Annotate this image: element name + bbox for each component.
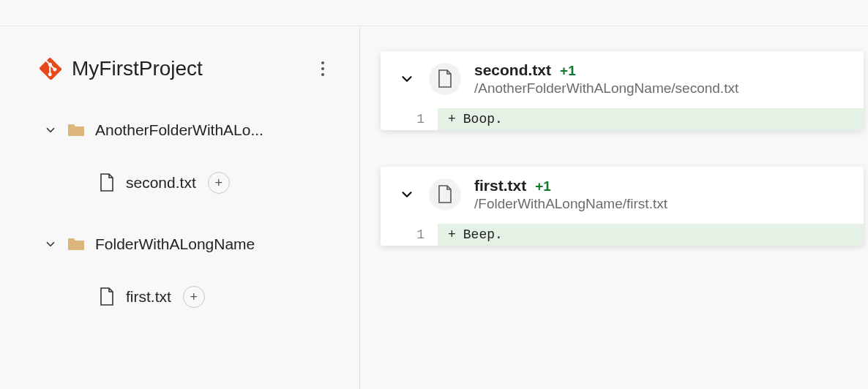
diff-filepath: /FolderWithALongName/first.txt xyxy=(474,196,667,212)
diff-line-content: +Beep. xyxy=(438,224,864,246)
diff-body: 1 +Beep. xyxy=(381,224,864,246)
tree-file-row[interactable]: second.txt + xyxy=(100,167,336,199)
chevron-down-icon xyxy=(42,236,59,252)
project-title: MyFirstProject xyxy=(72,57,299,80)
svg-point-1 xyxy=(321,67,324,70)
folder-label: FolderWithALongName xyxy=(95,235,255,253)
diff-title-wrap: second.txt +1 /AnotherFolderWithALongNam… xyxy=(474,61,738,97)
diff-line-content: +Boop. xyxy=(438,108,864,130)
tree-folder-row[interactable]: FolderWithALongName xyxy=(42,228,336,260)
diff-delta-added: +1 xyxy=(560,63,576,79)
more-menu-button[interactable] xyxy=(310,56,336,82)
diff-line-added: 1 +Boop. xyxy=(381,108,864,130)
tree-folder-row[interactable]: AnotherFolderWithALo... xyxy=(42,114,336,146)
diff-filename: first.txt xyxy=(474,177,526,194)
diff-card: second.txt +1 /AnotherFolderWithALongNam… xyxy=(381,51,864,130)
file-icon xyxy=(429,178,461,211)
diff-filepath: /AnotherFolderWithALongName/second.txt xyxy=(474,80,738,97)
diff-line-number: 1 xyxy=(381,108,438,130)
file-label: second.txt xyxy=(126,174,196,192)
diff-card: first.txt +1 /FolderWithALongName/first.… xyxy=(381,167,864,246)
diff-line-added: 1 +Beep. xyxy=(381,224,864,246)
diff-card-header[interactable]: first.txt +1 /FolderWithALongName/first.… xyxy=(381,167,864,215)
diff-line-number: 1 xyxy=(381,224,438,246)
folder-label: AnotherFolderWithALo... xyxy=(95,121,263,139)
diff-body: 1 +Boop. xyxy=(381,108,864,130)
file-icon xyxy=(100,173,117,193)
project-header: MyFirstProject xyxy=(40,56,336,82)
git-icon xyxy=(40,58,61,80)
added-badge: + xyxy=(208,172,230,194)
diff-line-text: Boop. xyxy=(463,112,503,126)
svg-point-2 xyxy=(321,73,324,76)
diff-card-header[interactable]: second.txt +1 /AnotherFolderWithALongNam… xyxy=(381,51,864,99)
file-icon xyxy=(429,63,461,95)
diff-delta-added: +1 xyxy=(535,178,551,194)
main-layout: MyFirstProject AnotherFolderWithALo... xyxy=(0,26,868,389)
folder-icon xyxy=(67,236,86,252)
tree-file-row[interactable]: first.txt + xyxy=(100,281,336,313)
diff-line-text: Beep. xyxy=(463,227,503,242)
svg-point-0 xyxy=(321,61,324,64)
diff-title-wrap: first.txt +1 /FolderWithALongName/first.… xyxy=(474,177,667,212)
file-label: first.txt xyxy=(126,288,171,306)
chevron-down-icon xyxy=(398,70,416,88)
added-badge: + xyxy=(183,286,205,308)
chevron-down-icon xyxy=(398,186,416,203)
file-icon xyxy=(100,287,117,307)
diff-plus-marker: + xyxy=(448,227,456,242)
diff-pane: second.txt +1 /AnotherFolderWithALongNam… xyxy=(360,26,868,389)
chevron-down-icon xyxy=(42,122,59,138)
folder-icon xyxy=(67,122,86,138)
diff-plus-marker: + xyxy=(448,112,456,126)
diff-filename: second.txt xyxy=(474,61,551,79)
sidebar: MyFirstProject AnotherFolderWithALo... xyxy=(0,26,360,389)
top-toolbar-spacer xyxy=(0,0,868,26)
